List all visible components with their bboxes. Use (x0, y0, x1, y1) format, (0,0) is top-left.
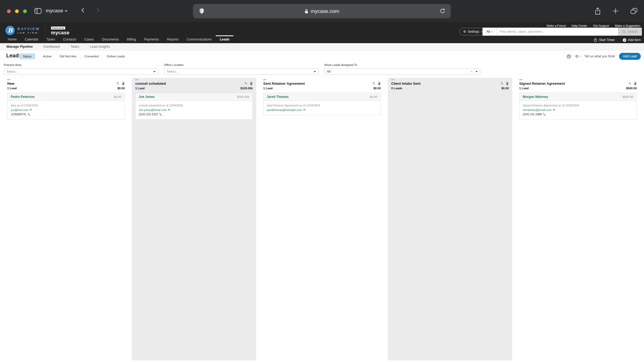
minimize-window-button[interactable] (15, 9, 19, 13)
edit-column-icon[interactable]: ✎ (628, 82, 631, 86)
refer-a-friend-link[interactable]: Refer a Friend (547, 24, 565, 27)
pipeline-board: New ✎ 1 Lead $0.00 Pedro Peterson $0.00 … (0, 78, 644, 360)
add-lead-button[interactable]: Add Lead (619, 53, 641, 60)
lead-status: Sent Retainer Agreement as of 12/04/2024 (267, 104, 377, 107)
help-center-link[interactable]: Help Center (572, 24, 587, 27)
powered-by-brand: Powered by mycase (51, 25, 69, 36)
feedback-link[interactable]: Tell us what you think (584, 54, 615, 58)
tab-title: mycase (46, 8, 63, 14)
nav-payments[interactable]: Payments (140, 35, 163, 43)
edit-column-icon[interactable]: ✎ (116, 82, 119, 86)
delete-column-icon[interactable] (250, 82, 253, 85)
chevron-down-icon (314, 71, 316, 72)
settings-button[interactable]: ⚙ Settings (459, 28, 486, 35)
sidebar-toggle-icon[interactable] (34, 8, 42, 14)
nav-billing[interactable]: Billing (123, 35, 140, 43)
make-a-suggestion-link[interactable]: Make a Suggestion (615, 24, 640, 27)
nav-leads[interactable]: Leads (216, 35, 233, 43)
start-timer-button[interactable]: Start Timer (594, 38, 615, 42)
lead-name-link[interactable]: Jared Thomas (267, 95, 288, 99)
view-tab-did-not-hire[interactable]: Did Not Hire (60, 55, 76, 58)
delete-column-icon[interactable] (506, 82, 509, 85)
lead-email-link[interactable]: p.p@test.com (11, 108, 28, 112)
firm-name: BAYVIEW (17, 27, 40, 31)
lead-name-link[interactable]: Morgan Maloney (523, 95, 548, 99)
view-tab-active[interactable]: Active (43, 55, 52, 58)
chevron-down-icon (65, 9, 68, 12)
firm-logo[interactable]: B BAYVIEW LAW FIRM Powered by mycase (5, 25, 69, 36)
refresh-icon[interactable] (440, 8, 445, 14)
subnav-dashboard[interactable]: Dashboard (43, 45, 60, 49)
lead-card[interactable]: Joe Jonas $100.00k consult scheduled as … (135, 93, 253, 120)
add-item-button[interactable]: + Add Item (623, 38, 641, 42)
print-icon[interactable] (567, 54, 571, 58)
nav-cases[interactable]: Cases (80, 35, 98, 43)
nav-documents[interactable]: Documents (98, 35, 123, 43)
nav-reports[interactable]: Reports (163, 35, 183, 43)
lead-card[interactable]: Pedro Peterson $0.00 New as of 12/05/202… (7, 93, 125, 120)
search-button[interactable]: Search (618, 28, 642, 36)
lead-card[interactable]: Morgan Maloney $500.00 Signed Retainer A… (519, 93, 637, 120)
lead-name-link[interactable]: Pedro Peterson (11, 95, 35, 99)
share-icon[interactable] (595, 7, 601, 15)
view-tab-status[interactable]: Status (19, 53, 35, 59)
subnav-tasks[interactable]: Tasks (71, 45, 79, 49)
view-tab-converted[interactable]: Converted (85, 55, 99, 58)
subnav-manage-pipeline[interactable]: Manage Pipeline (6, 45, 33, 49)
tab-group-selector[interactable]: mycase (46, 8, 67, 14)
nav-contacts[interactable]: Contacts (59, 35, 80, 43)
column-drag-handle[interactable] (7, 79, 10, 80)
search-input[interactable] (497, 28, 618, 36)
office-location-select[interactable]: Select... (164, 68, 319, 75)
board-settings-button[interactable]: ⚙ (575, 54, 580, 58)
new-tab-icon[interactable] (612, 8, 619, 14)
lead-amount: $0.00 (114, 95, 121, 98)
zoom-window-button[interactable] (23, 9, 27, 13)
delete-column-icon[interactable] (634, 82, 637, 85)
main-nav: Home Calendar Tasks Contacts Cases Docum… (4, 35, 233, 43)
lead-name-link[interactable]: Joe Jonas (139, 95, 155, 99)
delete-column-icon[interactable] (122, 82, 125, 85)
nav-tasks[interactable]: Tasks (42, 35, 59, 43)
page-head: Leads Status Active Did Not Hire Convert… (0, 50, 644, 62)
edit-column-icon[interactable]: ✎ (372, 82, 375, 86)
lead-card[interactable]: Jared Thomas $0.00 Sent Retainer Agreeme… (263, 93, 381, 115)
lead-status: Signed Retainer Agreement as of 12/06/20… (523, 104, 633, 107)
column-drag-handle[interactable] (135, 79, 138, 80)
clear-filter-icon[interactable]: ✕ (470, 70, 473, 73)
column-drag-handle[interactable] (519, 79, 522, 80)
close-window-button[interactable] (7, 9, 11, 13)
address-bar[interactable]: mycase.com (193, 4, 451, 18)
nav-communications[interactable]: Communications (183, 35, 216, 43)
subnav-lead-insights[interactable]: Lead Insights (90, 45, 110, 49)
lead-email-link[interactable]: Joe.jonas@email.com (139, 108, 166, 112)
browser-forward-button[interactable] (96, 8, 99, 13)
delete-column-icon[interactable] (378, 82, 381, 85)
column-total: $0.00 (501, 87, 509, 90)
tab-overview-icon[interactable] (630, 8, 638, 14)
browser-back-button[interactable] (82, 8, 85, 13)
column-drag-handle[interactable] (263, 79, 266, 80)
lock-icon (305, 9, 308, 14)
nav-calendar[interactable]: Calendar (21, 35, 42, 43)
practice-area-select[interactable]: Select... (4, 68, 158, 75)
nav-home[interactable]: Home (4, 35, 21, 43)
lead-email-link[interactable]: mmaloney@email.com (523, 108, 551, 112)
chevron-down-icon (153, 71, 156, 72)
lead-email-link[interactable]: jaredthomas@example.com (267, 108, 302, 112)
assigned-to-select[interactable]: All ✕ (324, 68, 480, 75)
get-support-link[interactable]: Get Support (593, 24, 609, 27)
lead-phone: 1235689741 (11, 113, 26, 116)
column-drag-handle[interactable] (391, 79, 394, 80)
column-lead-count: 0 Leads (391, 87, 402, 90)
column-total: $100.00k (240, 87, 253, 90)
mycase-brand: mycase (51, 30, 69, 36)
edit-column-icon[interactable]: ✎ (500, 82, 503, 86)
edit-column-icon[interactable]: ✎ (244, 82, 247, 86)
column-total: $0.00 (117, 87, 125, 90)
header-actions: Start Timer + Add Item (594, 38, 641, 42)
view-tab-online-leads[interactable]: Online Leads (107, 55, 125, 58)
column-lead-count: 1 Lead (519, 87, 529, 90)
global-search: All Search (482, 28, 642, 36)
search-scope-dropdown[interactable]: All (482, 28, 497, 36)
